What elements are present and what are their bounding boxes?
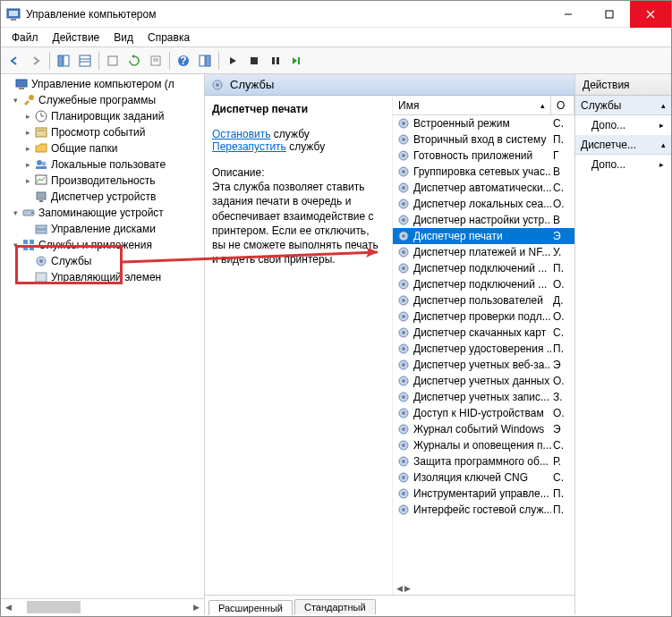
tree-wmi[interactable]: Управляющий элемен <box>3 269 204 285</box>
service-row[interactable]: Доступ к HID-устройствамО. <box>393 405 574 421</box>
gear-icon <box>396 132 411 147</box>
nav-forward-icon[interactable] <box>26 51 46 71</box>
service-row[interactable]: Интерфейс гостевой служ...П. <box>393 502 574 518</box>
service-row[interactable]: Инструментарий управле...П. <box>393 486 574 502</box>
tree-event-viewer[interactable]: ▸Просмотр событий <box>3 124 204 140</box>
service-row[interactable]: Группировка сетевых учас...В <box>393 164 574 180</box>
svg-rect-9 <box>80 55 90 66</box>
description-label: Описание: <box>212 165 385 180</box>
service-row[interactable]: Диспетчер скачанных картС. <box>393 325 574 341</box>
actions-more-1[interactable]: Допо...▸ <box>575 115 671 135</box>
tree-shared-folders[interactable]: ▸Общие папки <box>3 140 204 156</box>
service-row[interactable]: Диспетчер пользователейД. <box>393 292 574 308</box>
gear-icon <box>396 406 411 420</box>
service-row[interactable]: Готовность приложенийГ <box>393 148 574 164</box>
window-controls <box>548 1 671 28</box>
service-row[interactable]: Диспетчер учетных данныхО. <box>393 373 574 389</box>
service-name: Готовность приложений <box>413 149 551 162</box>
refresh-icon[interactable] <box>124 51 144 71</box>
svg-point-64 <box>402 218 405 222</box>
column-name[interactable]: Имя▴ <box>393 96 551 114</box>
service-row[interactable]: Защита программного об...Р. <box>393 453 574 469</box>
service-row[interactable]: Изоляция ключей CNGС. <box>393 469 574 486</box>
menu-view[interactable]: Вид <box>106 30 140 46</box>
tree-performance[interactable]: ▸Производительность <box>3 173 204 189</box>
close-button[interactable] <box>630 1 671 28</box>
service-col2: С. <box>551 471 574 484</box>
service-col2: Г <box>551 149 574 162</box>
actions-more-2[interactable]: Допо...▸ <box>575 155 671 174</box>
menu-help[interactable]: Справка <box>140 30 197 46</box>
svg-point-84 <box>402 379 405 383</box>
nav-back-icon[interactable] <box>4 51 24 71</box>
restart-service-link[interactable]: Перезапустить <box>212 140 286 153</box>
tree-hscrollbar[interactable]: ◀▶ <box>1 598 204 614</box>
stop-service-icon[interactable] <box>244 51 264 71</box>
maximize-button[interactable] <box>589 1 630 28</box>
actions-section-selected[interactable]: Диспетче...▴ <box>575 135 671 155</box>
svg-point-78 <box>402 331 405 334</box>
properties-icon[interactable] <box>146 51 166 71</box>
stop-service-link[interactable]: Остановить <box>212 128 271 140</box>
show-hide-action-icon[interactable] <box>75 51 95 71</box>
console-tree[interactable]: Управление компьютером (л ▾ Служебные пр… <box>1 74 204 598</box>
service-name: Журнал событий Windows <box>413 423 551 435</box>
tab-standard[interactable]: Стандартный <box>294 599 376 614</box>
service-row[interactable]: Диспетчер локальных сеа...О. <box>393 196 574 212</box>
service-name: Диспетчер печати <box>413 230 551 242</box>
tree-local-users[interactable]: ▸Локальные пользовате <box>3 156 204 173</box>
service-row[interactable]: Диспетчер учетных веб-за...Э <box>393 357 574 373</box>
service-row[interactable]: Диспетчер подключений ...О. <box>393 276 574 292</box>
gear-icon <box>396 148 411 163</box>
pause-service-icon[interactable] <box>266 51 285 71</box>
tree-disk-mgmt[interactable]: Управление дисками <box>3 221 204 237</box>
svg-point-33 <box>42 162 47 166</box>
tab-extended[interactable]: Расширенный <box>208 600 293 615</box>
service-row[interactable]: Встроенный режимС. <box>393 115 574 131</box>
description-text: Эта служба позволяет ставить задания печ… <box>212 180 385 266</box>
svg-rect-24 <box>16 80 27 87</box>
minimize-button[interactable] <box>548 1 589 28</box>
service-name: Диспетчер скачанных карт <box>413 326 551 339</box>
wmi-icon <box>34 270 48 284</box>
service-row[interactable]: Журналы и оповещения п...С. <box>393 437 574 453</box>
svg-point-82 <box>402 363 405 367</box>
service-row[interactable]: Диспетчер платежей и NF...У. <box>393 244 574 260</box>
svg-rect-30 <box>36 128 47 137</box>
tree-system-tools[interactable]: ▾ Служебные программы <box>3 92 204 108</box>
actions-section-services[interactable]: Службы▴ <box>575 96 671 115</box>
svg-point-26 <box>29 95 34 100</box>
service-row[interactable]: Диспетчер удостоверения ...П. <box>393 341 574 357</box>
tree-task-scheduler[interactable]: ▸Планировщик заданий <box>3 108 204 124</box>
list-hscroll-hint[interactable]: ◀▶ <box>396 584 411 593</box>
tree-label: Управление дисками <box>51 223 156 235</box>
gear-icon <box>396 374 411 388</box>
help-icon[interactable]: ? <box>174 51 193 71</box>
gear-icon <box>396 470 411 485</box>
menu-file[interactable]: Файл <box>4 30 46 46</box>
service-name: Диспетчер платежей и NF... <box>413 246 551 258</box>
tree-services-apps[interactable]: ▾Службы и приложения <box>3 237 204 253</box>
service-row[interactable]: Диспетчер печатиЭ <box>393 228 574 244</box>
tree-storage[interactable]: ▾Запоминающие устройст <box>3 205 204 221</box>
services-list[interactable]: Встроенный режимС.Вторичный вход в систе… <box>393 115 574 595</box>
tree-device-manager[interactable]: Диспетчер устройств <box>3 189 204 205</box>
export-icon[interactable] <box>103 51 123 71</box>
service-row[interactable]: Диспетчер проверки подл...О. <box>393 308 574 325</box>
column-desc[interactable]: О <box>551 96 574 114</box>
restart-service-icon[interactable] <box>287 51 307 71</box>
service-row[interactable]: Диспетчер настройки устр...В <box>393 212 574 228</box>
service-row[interactable]: Диспетчер учетных запис...З. <box>393 389 574 405</box>
action-pane-icon[interactable] <box>195 51 215 71</box>
start-service-icon[interactable] <box>223 51 242 71</box>
show-hide-tree-icon[interactable] <box>54 51 73 71</box>
service-row[interactable]: Диспетчер автоматически...С. <box>393 180 574 196</box>
list-header: Имя▴ О <box>393 96 574 115</box>
tree-services[interactable]: Службы <box>3 253 204 269</box>
tree-root[interactable]: Управление компьютером (л <box>3 76 204 92</box>
service-row[interactable]: Журнал событий WindowsЭ <box>393 421 574 437</box>
gear-icon <box>396 454 411 469</box>
service-row[interactable]: Вторичный вход в системуП. <box>393 131 574 148</box>
menu-action[interactable]: Действие <box>46 30 107 46</box>
service-row[interactable]: Диспетчер подключений ...П. <box>393 260 574 276</box>
